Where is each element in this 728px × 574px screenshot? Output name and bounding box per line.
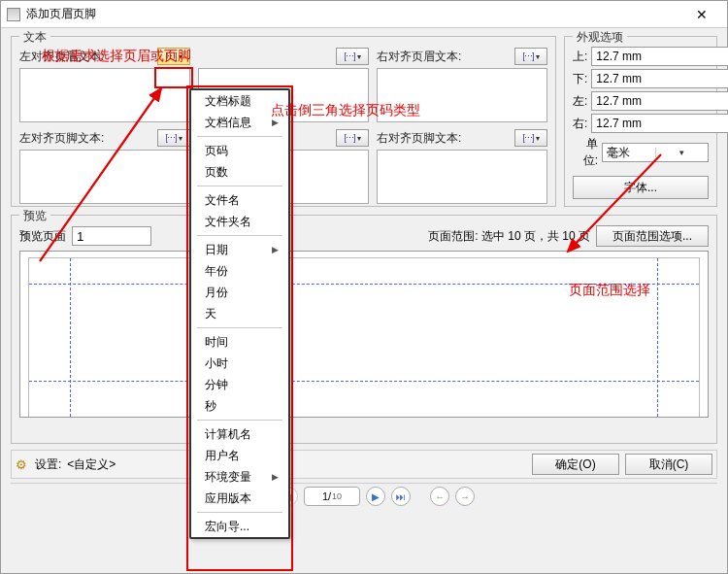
header-right-menu-button[interactable]: [⋯]▾ (514, 48, 547, 65)
dropdown-item[interactable]: 日期▶ (191, 239, 288, 260)
dropdown-item[interactable]: 宏向导... (191, 516, 288, 537)
text-group-label: 文本 (19, 29, 50, 46)
dropdown-item[interactable]: 天 (191, 303, 288, 324)
dropdown-item[interactable]: 文件名 (191, 189, 288, 211)
ok-button[interactable]: 确定(O) (532, 454, 619, 475)
pager-back-button[interactable]: ← (430, 487, 449, 506)
pager-last-button[interactable]: ⏭ (391, 487, 411, 506)
margin-top-input[interactable]: ▲▼ (591, 47, 728, 66)
pager-indicator[interactable]: 1/10 (304, 487, 360, 506)
titlebar: 添加页眉页脚 ✕ (1, 1, 727, 28)
appearance-group-label: 外观选项 (573, 29, 627, 46)
window-title: 添加页眉页脚 (26, 6, 96, 22)
header-center-menu-button[interactable]: [⋯]▾ (336, 48, 369, 65)
dropdown-item[interactable]: 月份 (191, 282, 288, 303)
header-left-textarea[interactable] (20, 69, 189, 121)
footer-right-textarea[interactable] (378, 151, 546, 203)
margin-right-input[interactable]: ▲▼ (591, 114, 728, 133)
appearance-group: 外观选项 上: ▲▼ 下: ▲▼ (564, 36, 717, 207)
header-right-textarea[interactable] (378, 69, 546, 121)
submenu-arrow-icon: ▶ (272, 118, 279, 127)
dropdown-item[interactable]: 用户名 (191, 445, 288, 466)
settings-value: <自定义> (67, 456, 116, 473)
submenu-arrow-icon: ▶ (272, 472, 279, 482)
margin-right-label: 右: (573, 116, 587, 132)
margin-bottom-input[interactable]: ▲▼ (591, 69, 728, 88)
settings-bar: ⚙ 设置: <自定义> 确定(O) 取消(C) (11, 450, 717, 479)
footer-center-menu-button[interactable]: [⋯]▾ (336, 129, 369, 147)
footer-left-label: 左对齐页脚文本: (19, 130, 104, 147)
preview-group-label: 预览 (19, 208, 50, 224)
dropdown-separator (197, 235, 282, 236)
pager-bar: ⏮ ◀ 1/10 ▶ ⏭ ← → (11, 483, 717, 509)
margin-left-label: 左: (573, 93, 587, 110)
footer-left-textarea[interactable] (20, 151, 189, 203)
dropdown-item[interactable]: 年份 (191, 260, 288, 282)
dropdown-separator (197, 136, 282, 137)
header-left-label: 左对齐页眉文本: (19, 49, 104, 65)
header-right-label: 右对齐页眉文本: (377, 49, 461, 65)
dropdown-separator (197, 420, 282, 421)
dropdown-item[interactable]: 时间 (191, 331, 288, 353)
gear-icon: ⚙ (16, 457, 29, 471)
margin-left-input[interactable]: ▲▼ (591, 91, 728, 111)
dropdown-item[interactable]: 文档标题 (191, 90, 288, 112)
dropdown-item[interactable]: 计算机名 (191, 423, 288, 445)
insert-field-dropdown[interactable]: 文档标题文档信息▶页码页数文件名文件夹名日期▶年份月份天时间小时分钟秒计算机名用… (189, 88, 290, 539)
dropdown-item[interactable]: 应用版本 (191, 488, 288, 509)
preview-page-label: 预览页面 (19, 228, 66, 245)
dropdown-item[interactable]: 文档信息▶ (191, 112, 288, 133)
page-range-options-button[interactable]: 页面范围选项... (596, 225, 709, 247)
unit-label: 单位: (573, 136, 598, 169)
dropdown-separator (197, 512, 282, 513)
app-icon (7, 8, 20, 21)
close-button[interactable]: ✕ (682, 3, 721, 26)
dropdown-item[interactable]: 秒 (191, 395, 288, 417)
unit-combo[interactable]: 毫米▾ (602, 143, 709, 162)
footer-right-menu-button[interactable]: [⋯]▾ (514, 129, 547, 147)
page-range-text: 页面范围: 选中 10 页，共 10 页 (428, 228, 590, 245)
submenu-arrow-icon: ▶ (272, 245, 279, 254)
margin-bottom-label: 下: (573, 71, 587, 87)
dropdown-item[interactable]: 文件夹名 (191, 211, 288, 232)
settings-label: 设置: (35, 456, 61, 473)
pager-forward-button[interactable]: → (455, 487, 475, 506)
dropdown-separator (197, 186, 282, 186)
margin-top-label: 上: (573, 49, 587, 65)
dropdown-item[interactable]: 页码 (191, 140, 288, 161)
preview-group: 预览 预览页面 页面范围: 选中 10 页，共 10 页 页面范围选项... (11, 215, 717, 444)
dropdown-item[interactable]: 页数 (191, 161, 288, 183)
pager-next-button[interactable]: ▶ (366, 487, 385, 506)
dropdown-separator (197, 327, 282, 328)
cancel-button[interactable]: 取消(C) (625, 454, 712, 475)
font-button[interactable]: 字体... (573, 176, 709, 199)
dropdown-item[interactable]: 环境变量▶ (191, 466, 288, 488)
footer-left-menu-button[interactable]: [⋯]▾ (157, 129, 190, 147)
dropdown-item[interactable]: 小时 (191, 353, 288, 374)
header-left-menu-button[interactable]: [⋯]▾ (157, 48, 190, 65)
preview-page-input[interactable] (72, 226, 151, 246)
dropdown-item[interactable]: 分钟 (191, 374, 288, 395)
footer-right-label: 右对齐页脚文本: (377, 130, 461, 147)
preview-canvas (19, 251, 709, 418)
